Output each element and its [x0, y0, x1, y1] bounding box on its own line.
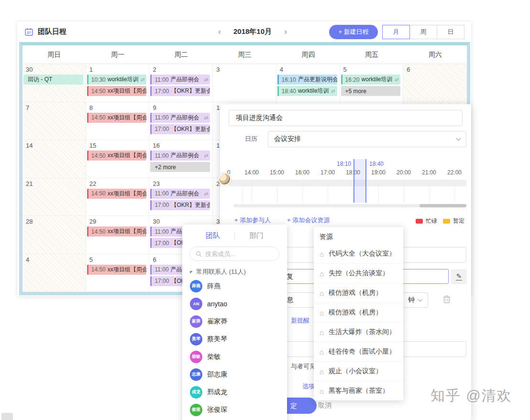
event-pill[interactable]: 17:00【OKR】更新会议⇄ [150, 200, 210, 210]
member-row[interactable]: 成龙邢成龙 [182, 383, 287, 401]
resource-item[interactable]: ⌂模仿游戏（机房） [314, 303, 403, 323]
calendar-cell[interactable]: 4 [22, 254, 86, 292]
new-event-button[interactable]: + 新建日程 [329, 25, 378, 39]
trash-icon[interactable] [443, 295, 451, 303]
add-participant-link[interactable]: + 添加参与人 [234, 216, 271, 225]
calendar-select[interactable]: 会议安排 [268, 131, 466, 147]
event-pill[interactable]: 17:00【OKR】更新会议⇄ [150, 124, 210, 134]
calendar-cell[interactable]: 30 回访 - QT [22, 64, 86, 102]
calendar-cell[interactable]: 21 [22, 178, 86, 216]
calendar-cell[interactable]: 28 [22, 216, 86, 254]
repeat-icon: ⇄ [393, 77, 400, 82]
edit-button[interactable]: ✎ [451, 269, 467, 284]
calendar-cell[interactable]: 8 14:50xx项目组【周会】⇄ [86, 102, 150, 140]
calendar-icon [25, 28, 33, 36]
calendar-field-label: 日历 [245, 135, 257, 143]
time-selection-band[interactable] [353, 159, 366, 203]
scrollbar-thumb[interactable] [420, 204, 466, 207]
tab-department[interactable]: 部门 [235, 231, 278, 240]
event-pill[interactable]: 14:50xx项目组【周会】⇄ [87, 226, 147, 237]
calendar-cell[interactable]: 9 11:00产品部例会⇄ 17:00【OKR】更新会议⇄ [149, 102, 213, 140]
calendar-cell[interactable]: 29 14:50xx项目组【周会】⇄ [86, 216, 150, 254]
member-row[interactable]: 柴敏柴敏 [182, 348, 287, 366]
more-events-pill[interactable]: +5 more [341, 86, 401, 96]
view-switcher: 月 周 日 [383, 25, 464, 39]
visibility-option-label: 与者可见 [291, 362, 316, 371]
event-pill[interactable]: 14:50xx项目组【周会】⇄ [87, 189, 147, 199]
tab-day-view[interactable]: 日 [437, 25, 464, 39]
time-tick: 20:00 [391, 169, 417, 176]
tab-week-view[interactable]: 周 [409, 25, 437, 39]
event-pill[interactable]: 10:30worktile培训⇄ [87, 75, 147, 85]
resource-item[interactable]: ⌂观止（小会议室） [314, 362, 403, 381]
calendar-cell[interactable]: 23 11:00产品部例会⇄ 17:00【OKR】更新会议⇄ [149, 178, 213, 216]
calendar-cell[interactable]: 15 14:50xx项目组【周会】⇄ [86, 140, 150, 178]
calendar-cell[interactable]: 3 [213, 64, 276, 102]
avatar: 志康 [190, 368, 202, 381]
member-search-input[interactable] [205, 250, 267, 258]
tab-team[interactable]: 团队 [191, 231, 234, 240]
member-row[interactable]: ANanytao [182, 295, 287, 312]
calendar-cell[interactable]: 1 10:30worktile培训⇄ 14:50xx项目组【周会】⇄ [86, 64, 150, 102]
resource-item[interactable]: ⌂失控（公共洽谈室） [314, 264, 403, 283]
event-pill[interactable]: 14:50xx项目组【周会】⇄ [87, 86, 147, 96]
resource-item[interactable]: ⌂模仿游戏（机房） [314, 283, 403, 303]
tab-month-view[interactable]: 月 [382, 25, 410, 39]
resource-item[interactable]: ⌂代码大全（大会议室） [314, 244, 403, 264]
event-pill[interactable]: 11:00产品部例会⇄ [150, 75, 210, 85]
page-title: 团队日程 [38, 27, 66, 36]
selection-start-label: 18:10 [337, 161, 351, 167]
add-reminder-link[interactable]: 新提醒 [291, 316, 309, 325]
member-row[interactable]: 志康邵志康 [182, 366, 287, 383]
more-options-link[interactable]: 选项 [302, 382, 315, 391]
event-pill[interactable]: 16:10产品更新说明会⇄ [277, 75, 337, 85]
event-pill[interactable]: 18:40worktile培训⇄ [277, 86, 337, 96]
cancel-button[interactable]: 取消 [318, 401, 331, 410]
event-pill[interactable]: 14:50xx项目组【周会】⇄ [87, 151, 147, 161]
calendar-cell[interactable]: 5 14:50xx项目组【周会】⇄ [86, 254, 150, 292]
contacts-section-header[interactable]: 常用联系人 (11人) [190, 268, 246, 276]
calendar-cell[interactable]: 22 14:50xx项目组【周会】⇄ [86, 178, 150, 216]
month-label: 2018年10月 [233, 27, 272, 36]
participant-picker-popup: 团队 部门 常用联系人 (11人) 薛燕薛燕 ANanytao 家莽崔家莽 美琴… [182, 225, 287, 420]
prev-month-button[interactable]: ‹ [218, 27, 221, 36]
more-events-pill[interactable]: +2 more [150, 162, 210, 172]
calendar-cell[interactable]: 7 [22, 102, 86, 140]
calendar-cell[interactable]: 4 16:10产品更新说明会⇄ 18:40worktile培训⇄ [276, 64, 340, 102]
next-month-button[interactable]: › [284, 27, 287, 36]
event-pill[interactable]: 16:20worktile培训⇄ [341, 75, 401, 85]
resource-item[interactable]: ⌂黑客与画家（茶室） [314, 381, 403, 400]
time-tick: 14:00 [239, 169, 265, 176]
resource-item[interactable]: ⌂硅谷传奇（面试小屋） [314, 342, 403, 362]
member-row[interactable]: 薛燕薛燕 [182, 277, 287, 295]
time-tick: 21:00 [416, 169, 442, 176]
busy-swatch [416, 219, 423, 224]
event-pill[interactable]: 14:50xx项目组【周会】⇄ [87, 265, 147, 275]
calendar-cell[interactable]: 5 16:20worktile培训⇄ +5 more [340, 64, 404, 102]
time-tick: 17:00 [315, 169, 341, 176]
selection-end-label: 18:40 [369, 161, 384, 167]
member-search-box[interactable] [189, 247, 279, 261]
timeline-scrollbar[interactable] [233, 204, 466, 207]
event-pill[interactable]: 11:00产品部例会⇄ [150, 151, 210, 161]
calendar-cell[interactable]: 14 [22, 140, 86, 178]
event-pill[interactable]: 回访 - QT [23, 75, 83, 85]
cat-avatar [218, 172, 231, 185]
member-row[interactable]: 俊琛张俊琛 [182, 401, 287, 419]
event-pill[interactable]: 11:00产品部例会⇄ [150, 189, 210, 199]
event-pill[interactable]: 11:00产品部例会⇄ [150, 113, 210, 123]
participant-busy-row [229, 180, 466, 186]
calendar-cell[interactable]: 2 11:00产品部例会⇄ 17:00【OKR】更新会议⇄ [149, 64, 213, 102]
chevron-down-icon [418, 297, 423, 302]
resource-picker-popup: 资源 ⌂代码大全（大会议室） ⌂失控（公共洽谈室） ⌂模仿游戏（机房） ⌂模仿游… [314, 227, 403, 400]
resource-item[interactable]: ⌂生活大爆炸（茶水间） [314, 323, 403, 342]
member-row[interactable]: 美琴蔡美琴 [182, 330, 287, 348]
member-row[interactable]: 家莽崔家莽 [182, 312, 287, 330]
calendar-cell[interactable]: 16 11:00产品部例会⇄ +2 more [149, 140, 213, 178]
event-pill[interactable]: 14:50xx项目组【周会】⇄ [87, 113, 147, 123]
calendar-cell[interactable]: 6 [403, 64, 467, 102]
event-pill[interactable]: 17:00【OKR】更新会议⇄ [150, 86, 210, 96]
event-title-input[interactable] [229, 110, 463, 126]
avatar: 俊琛 [190, 404, 202, 416]
add-resource-link[interactable]: + 添加会议资源 [287, 216, 330, 225]
